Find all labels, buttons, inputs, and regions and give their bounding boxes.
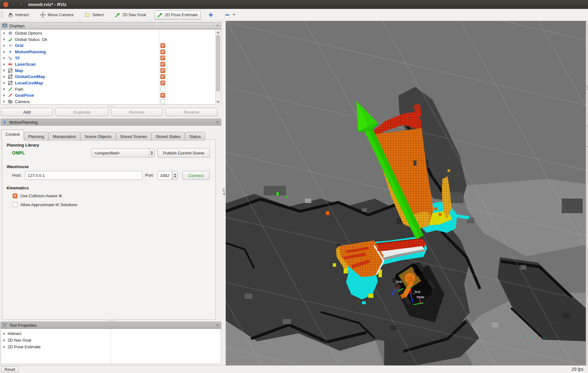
display-row-global-options[interactable]: Global Options — [1, 30, 215, 36]
panel-splitter[interactable] — [222, 21, 226, 365]
splitter-dots[interactable] — [107, 106, 114, 107]
expand-arrow-icon[interactable] — [3, 82, 5, 84]
tab-stored-scenes[interactable]: Stored Scenes — [116, 132, 151, 141]
tool-properties-close-icon[interactable]: × — [215, 323, 220, 328]
display-row-tf[interactable]: TF✓ — [1, 55, 215, 61]
status-bar: Reset 29 fps — [0, 365, 588, 373]
reset-button[interactable]: Reset — [1, 366, 18, 373]
window-close-button[interactable]: × — [3, 2, 9, 7]
port-input[interactable] — [158, 171, 172, 180]
display-enabled-checkbox[interactable]: ✓ — [160, 93, 165, 98]
collapse-left-icon[interactable] — [223, 192, 225, 195]
toolbar-button-2d-nav-goal[interactable]: 2D Nav Goal — [112, 10, 149, 19]
expand-arrow-icon[interactable] — [3, 51, 5, 53]
views-panel-splitter[interactable] — [586, 21, 588, 365]
tab-planning[interactable]: Planning — [24, 132, 48, 141]
toolbar-button-2d-pose-estimate[interactable]: 2D Pose Estimate — [154, 10, 201, 19]
checkbox-icon[interactable]: ✓ — [13, 193, 17, 198]
remove-button[interactable]: Remove — [111, 108, 163, 116]
tool-property-2d-nav-goal[interactable]: 2D Nav Goal — [1, 337, 109, 344]
display-row-global-status-ok[interactable]: Global Status: Ok — [1, 36, 215, 43]
checkbox-icon[interactable] — [13, 202, 17, 207]
display-enabled-checkbox[interactable] — [160, 87, 165, 91]
expand-arrow-icon[interactable] — [3, 63, 5, 66]
scrollbar-thumb[interactable] — [216, 35, 220, 91]
tool-property-label: 2D Pose Estimate — [8, 344, 41, 349]
display-row-grid[interactable]: Grid✓ — [1, 43, 215, 49]
expand-arrow-icon[interactable] — [3, 332, 5, 335]
port-stepper[interactable] — [172, 171, 178, 180]
checkbox-row-allow-approximate-ik-solutions[interactable]: Allow Approximate IK Solutions — [13, 202, 77, 207]
tab-manipulation[interactable]: Manipulation — [48, 132, 80, 141]
expand-arrow-icon[interactable] — [3, 69, 5, 72]
toolbar-button-interact[interactable]: Interact — [5, 10, 32, 19]
window-maximize-button[interactable]: □ — [18, 2, 24, 7]
expand-arrow-icon[interactable] — [3, 44, 5, 47]
motionplanning-close-icon[interactable]: × — [215, 120, 220, 125]
tool-property-2d-pose-estimate[interactable]: 2D Pose Estimate — [1, 344, 109, 350]
displays-scrollbar[interactable] — [215, 30, 221, 105]
expand-arrow-icon[interactable] — [3, 57, 5, 59]
publish-current-scene-button[interactable]: Publish Current Scene — [158, 148, 210, 158]
tools-icon — [2, 323, 7, 328]
motionplanning-icon — [2, 120, 7, 125]
tab-stored-states[interactable]: Stored States — [152, 132, 185, 141]
title-bar: × − □ moveit.rviz* - RViz — [0, 0, 588, 9]
tab-context[interactable]: Context — [1, 129, 24, 140]
display-row-goalpose[interactable]: GoalPose✓ — [1, 92, 215, 99]
display-row-path[interactable]: Path — [1, 86, 215, 92]
window-minimize-button[interactable]: − — [11, 2, 16, 7]
toolbar-button-move-camera[interactable]: Move Camera — [37, 10, 76, 19]
rename-button[interactable]: Rename — [165, 108, 217, 116]
scroll-up-icon[interactable] — [216, 31, 220, 33]
expand-arrow-icon[interactable] — [3, 88, 5, 90]
scroll-down-icon[interactable] — [216, 101, 220, 103]
expand-arrow-icon[interactable] — [3, 346, 5, 348]
tool-property-label: Interact — [8, 331, 21, 336]
hand-icon — [8, 12, 13, 18]
display-enabled-checkbox[interactable]: ✓ — [160, 81, 165, 85]
splitter-dots[interactable] — [107, 320, 114, 321]
display-enabled-checkbox[interactable]: ✓ — [160, 62, 165, 67]
tool-property-interact[interactable]: Interact — [1, 330, 109, 337]
map-icon — [8, 81, 13, 85]
expand-arrow-icon[interactable] — [3, 75, 5, 78]
tab-status[interactable]: Status — [185, 132, 205, 141]
remove-tool-button[interactable] — [223, 10, 237, 19]
duplicate-button[interactable]: Duplicate — [55, 108, 108, 116]
display-row-localcostmap[interactable]: LocalCostMap✓ — [1, 80, 215, 86]
display-enabled-checkbox[interactable] — [160, 99, 165, 104]
navgoal-icon — [157, 12, 163, 18]
display-enabled-checkbox[interactable]: ✓ — [160, 74, 165, 79]
expand-arrow-icon[interactable] — [3, 94, 5, 97]
expand-arrow-icon[interactable] — [3, 32, 5, 35]
add-tool-button[interactable] — [206, 10, 216, 19]
host-input[interactable] — [25, 171, 142, 180]
display-row-motionplanning[interactable]: MotionPlanning✓ — [1, 49, 215, 55]
port-stepper-icon[interactable] — [172, 171, 177, 180]
connect-button[interactable]: Connect — [182, 171, 210, 180]
display-row-globalcostmap[interactable]: GlobalCostMap✓ — [1, 74, 215, 80]
displays-close-icon[interactable]: × — [215, 23, 220, 28]
expand-arrow-icon[interactable] — [3, 339, 5, 342]
displays-tree[interactable]: Global OptionsGlobal Status: OkGrid✓Moti… — [1, 29, 221, 105]
toolbar-drag-handle[interactable] — [1, 11, 3, 19]
display-enabled-checkbox[interactable]: ✓ — [160, 68, 165, 73]
expand-arrow-icon[interactable] — [3, 38, 5, 41]
monitor-icon — [2, 23, 7, 28]
3d-viewport[interactable]: _link _link map — [226, 21, 588, 365]
display-row-laserscan[interactable]: LaserScan✓ — [1, 61, 215, 68]
dropdown-spinner-icon[interactable] — [149, 149, 154, 157]
display-enabled-checkbox[interactable]: ✓ — [160, 43, 165, 48]
display-row-map[interactable]: Map✓ — [1, 68, 215, 74]
planner-dropdown[interactable]: <unspecified> — [91, 148, 155, 157]
tab-scene-objects[interactable]: Scene Objects — [81, 132, 116, 141]
port-label: Port: — [145, 173, 154, 178]
checkbox-row-use-collision-aware-ik[interactable]: ✓Use Collision-Aware IK — [13, 193, 62, 198]
display-row-camera[interactable]: Camera — [1, 99, 215, 105]
display-enabled-checkbox[interactable]: ✓ — [160, 49, 165, 54]
toolbar-button-select[interactable]: Select — [82, 10, 107, 19]
add-button[interactable]: Add — [1, 108, 53, 116]
expand-arrow-icon[interactable] — [3, 100, 5, 103]
display-enabled-checkbox[interactable]: ✓ — [160, 56, 165, 60]
